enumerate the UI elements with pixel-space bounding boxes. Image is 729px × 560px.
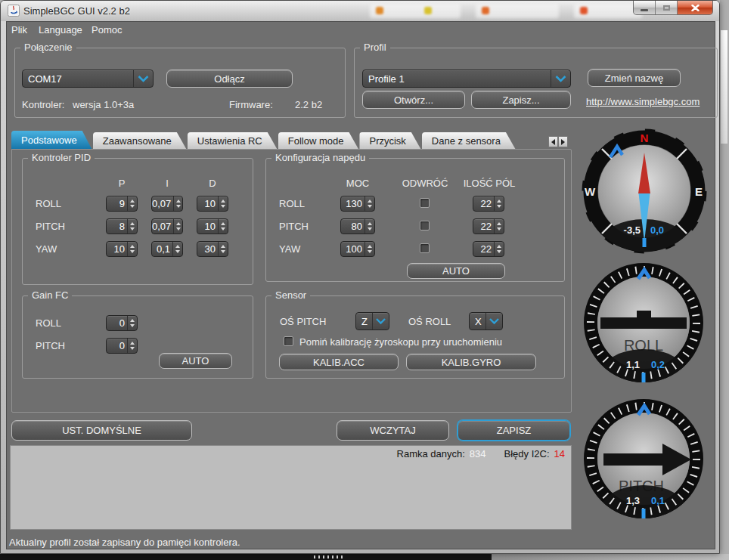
close-button[interactable] bbox=[678, 1, 712, 15]
pid-roll-p-spinner[interactable]: 9 bbox=[106, 196, 138, 212]
pid-roll-i-spinner[interactable]: 0,07 bbox=[151, 196, 183, 212]
spinner-down-icon[interactable] bbox=[368, 227, 372, 230]
tab-bar: Podstawowe Zaawansowane Ustawienia RC Fo… bbox=[11, 131, 517, 150]
spinner-down-icon[interactable] bbox=[175, 250, 180, 253]
spinner-up-icon[interactable] bbox=[130, 245, 135, 248]
motor-yaw-poles-spinner[interactable]: 22 bbox=[473, 241, 504, 257]
motor-pitch-invert-checkbox[interactable] bbox=[420, 221, 430, 230]
motor-pitch-power-spinner[interactable]: 80 bbox=[340, 218, 375, 234]
axis-roll-value: X bbox=[470, 316, 485, 327]
com-port-select[interactable]: COM17 bbox=[22, 70, 154, 88]
simplebgc-link[interactable]: http://www.simplebgc.com bbox=[586, 96, 700, 107]
motor-yaw-invert-checkbox[interactable] bbox=[420, 243, 430, 253]
save-profile-button[interactable]: Zapisz... bbox=[471, 91, 571, 109]
spinner-down-icon[interactable] bbox=[130, 205, 135, 208]
spinner-down-icon[interactable] bbox=[130, 227, 135, 230]
roll-target-tick bbox=[642, 373, 646, 382]
spinner-up-icon[interactable] bbox=[130, 342, 135, 345]
tab-dane-z-sensora[interactable]: Dane z sensora bbox=[422, 132, 516, 150]
menu-plik[interactable]: Plik bbox=[11, 24, 27, 36]
gain-roll-spinner[interactable]: 0 bbox=[106, 315, 138, 331]
spinner-up-icon[interactable] bbox=[176, 200, 181, 203]
tab-scroll-right-button[interactable] bbox=[558, 136, 568, 147]
calib-acc-button[interactable]: KALIB.ACC bbox=[279, 354, 399, 370]
motor-pitch-poles-spinner[interactable]: 22 bbox=[473, 218, 504, 234]
tab-follow-mode[interactable]: Follow mode bbox=[278, 132, 359, 150]
i2c-errors-value: 14 bbox=[554, 448, 565, 459]
spinner-down-icon[interactable] bbox=[130, 250, 135, 253]
spinner-down-icon[interactable] bbox=[221, 205, 225, 208]
skip-gyro-calibration-label[interactable]: Pomiń kalibrację żyroskopu przy uruchomi… bbox=[299, 336, 502, 348]
spinner-down-icon[interactable] bbox=[130, 347, 135, 350]
spinner-down-icon[interactable] bbox=[130, 324, 135, 327]
spinner-up-icon[interactable] bbox=[130, 200, 135, 203]
spinner-up-icon[interactable] bbox=[497, 245, 501, 248]
calib-gyro-button[interactable]: KALIB.GYRO bbox=[406, 354, 536, 370]
open-profile-button[interactable]: Otwórz... bbox=[362, 91, 465, 109]
tab-przycisk[interactable]: Przycisk bbox=[359, 132, 420, 150]
titlebar[interactable]: SimpleBGC GUI v2.2 b2 bbox=[1, 1, 719, 21]
spinner-down-icon[interactable] bbox=[368, 205, 372, 208]
tab-zaawansowane[interactable]: Zaawansowane bbox=[93, 132, 187, 150]
spinner-up-icon[interactable] bbox=[176, 222, 181, 225]
gain-fc-group: Gain FC ROLL 0 PITCH 0 AUTO bbox=[22, 295, 253, 379]
motor-roll-power-spinner[interactable]: 130 bbox=[340, 196, 375, 212]
rename-profile-button[interactable]: Zmień nazwę bbox=[588, 69, 681, 87]
menu-pomoc[interactable]: Pomoc bbox=[92, 24, 122, 36]
tab-ustawienia-rc[interactable]: Ustawienia RC bbox=[188, 132, 278, 150]
profile-group: Profil Profile 1 Zmień nazwę Otwórz... Z… bbox=[354, 48, 718, 118]
pid-yaw-i-spinner[interactable]: 0,1 bbox=[151, 241, 183, 257]
tab-scroll-left-button[interactable] bbox=[548, 136, 558, 147]
spinner-up-icon[interactable] bbox=[130, 319, 135, 322]
spinner-up-icon[interactable] bbox=[368, 200, 372, 203]
spinner-down-icon[interactable] bbox=[368, 250, 372, 253]
profile-select[interactable]: Profile 1 bbox=[362, 70, 571, 88]
spinner-up-icon[interactable] bbox=[497, 222, 501, 225]
spinner-down-icon[interactable] bbox=[497, 205, 501, 208]
axis-pitch-select[interactable]: Z bbox=[355, 312, 389, 330]
spinner-up-icon[interactable] bbox=[221, 200, 225, 203]
maximize-button[interactable] bbox=[656, 1, 678, 15]
spinner-up-icon[interactable] bbox=[368, 222, 372, 225]
spinner-up-icon[interactable] bbox=[368, 245, 372, 248]
spinner-up-icon[interactable] bbox=[221, 222, 225, 225]
gain-fc-group-label: Gain FC bbox=[28, 289, 72, 301]
yaw-angle-value: -3,5 bbox=[624, 224, 641, 236]
pid-col-d: D bbox=[197, 178, 228, 189]
spinner-up-icon[interactable] bbox=[221, 245, 225, 248]
motor-roll-poles-spinner[interactable]: 22 bbox=[473, 196, 504, 212]
menu-language[interactable]: Language bbox=[39, 24, 82, 36]
spinner-down-icon[interactable] bbox=[497, 227, 501, 230]
gain-pitch-spinner[interactable]: 0 bbox=[106, 338, 138, 354]
spinner-up-icon[interactable] bbox=[497, 200, 501, 203]
motor-roll-invert-checkbox[interactable] bbox=[420, 198, 430, 208]
pid-pitch-d-spinner[interactable]: 10 bbox=[197, 218, 228, 234]
read-button[interactable]: WCZYTAJ bbox=[337, 420, 449, 441]
tab-podstawowe[interactable]: Podstawowe bbox=[11, 131, 92, 150]
motor-auto-button[interactable]: AUTO bbox=[407, 263, 505, 279]
gain-auto-button[interactable]: AUTO bbox=[159, 353, 232, 369]
skip-gyro-calibration-checkbox[interactable] bbox=[284, 336, 293, 346]
minimize-button[interactable] bbox=[634, 1, 656, 15]
spinner-down-icon[interactable] bbox=[497, 250, 501, 253]
pid-pitch-p-spinner[interactable]: 8 bbox=[106, 218, 138, 234]
spinner-up-icon[interactable] bbox=[130, 222, 135, 225]
pid-yaw-d-spinner[interactable]: 30 bbox=[197, 241, 228, 257]
spinner-up-icon[interactable] bbox=[175, 245, 180, 248]
spinner-down-icon[interactable] bbox=[221, 227, 225, 230]
write-button[interactable]: ZAPISZ bbox=[458, 420, 570, 441]
chevron-down-icon bbox=[138, 76, 149, 82]
spinner-down-icon[interactable] bbox=[176, 205, 181, 208]
motor-yaw-power-spinner[interactable]: 100 bbox=[340, 241, 375, 257]
close-icon bbox=[691, 5, 700, 11]
pid-pitch-i-spinner[interactable]: 0,07 bbox=[151, 218, 183, 234]
spinner-down-icon[interactable] bbox=[176, 227, 181, 230]
pid-axis-roll: ROLL bbox=[36, 198, 61, 209]
disconnect-button[interactable]: Odłącz bbox=[166, 70, 293, 88]
axis-roll-select[interactable]: X bbox=[469, 312, 503, 330]
pid-axis-pitch: PITCH bbox=[36, 221, 65, 232]
pid-roll-d-spinner[interactable]: 10 bbox=[197, 196, 228, 212]
pid-yaw-p-spinner[interactable]: 10 bbox=[106, 241, 138, 257]
defaults-button[interactable]: UST. DOMYŚLNE bbox=[11, 420, 192, 441]
spinner-down-icon[interactable] bbox=[221, 250, 225, 253]
